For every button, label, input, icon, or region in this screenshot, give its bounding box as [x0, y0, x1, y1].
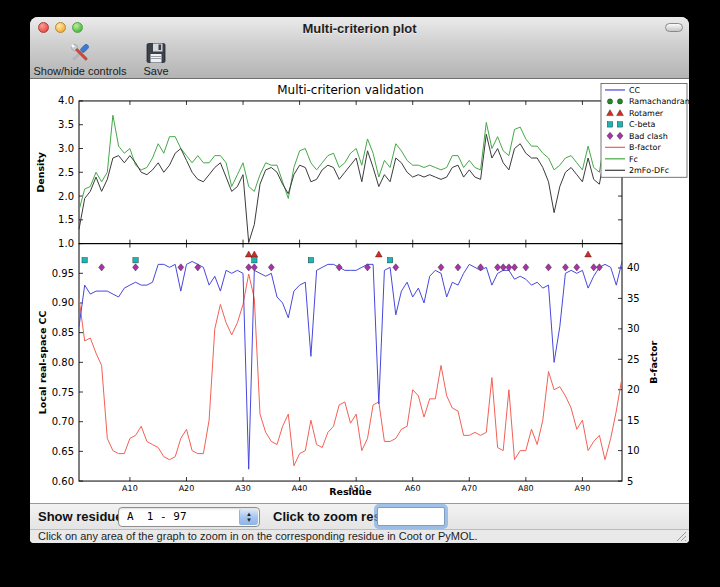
residue-tick-label: A30	[235, 484, 251, 493]
residue-axis-label: Residue	[329, 486, 372, 497]
tools-icon	[32, 40, 128, 66]
cc-tick-label: 0.75	[52, 387, 74, 398]
chart-title: Multi-criterion validation	[277, 83, 424, 97]
bfactor-tick-label: 5	[627, 476, 633, 487]
bfactor-tick-label: 35	[627, 293, 640, 304]
density-tick-label: 1.0	[58, 238, 74, 249]
density-tick-label: 4.0	[58, 95, 74, 106]
figure-area: 1.01.52.02.53.03.54.00.600.650.700.750.8…	[30, 79, 689, 503]
save-button[interactable]: Save	[134, 40, 178, 77]
density-axis-label: Density	[35, 152, 46, 193]
legend-entry-label: B-factor	[629, 143, 662, 152]
residue-tick-label: A80	[518, 484, 534, 493]
legend-entry-label: Rotamer	[629, 109, 664, 118]
resize-grip[interactable]	[675, 530, 687, 542]
density-tick-label: 2.0	[58, 191, 74, 202]
window-title: Multi-criterion plot	[30, 17, 689, 39]
legend: CCRamachandranRotamerC-betaBad clashB-fa…	[601, 83, 689, 177]
cc-tick-label: 0.60	[52, 476, 74, 487]
multi-criterion-plot-canvas[interactable]: 1.01.52.02.53.03.54.00.600.650.700.750.8…	[30, 79, 689, 503]
show-hide-controls-button[interactable]: Show/hide controls	[32, 40, 128, 77]
status-text: Click on any area of the graph to zoom i…	[38, 530, 478, 543]
title-bar[interactable]: Multi-criterion plot	[30, 17, 689, 39]
cc-axis-label: Local real-space CC	[37, 310, 48, 414]
cc-tick-label: 0.95	[52, 268, 74, 279]
cc-tick-label: 0.70	[52, 416, 74, 427]
show-hide-controls-label: Show/hide controls	[32, 66, 128, 77]
legend-entry-label: Bad clash	[629, 132, 668, 141]
multi-criterion-plot-window: Multi-criterion plot	[30, 17, 689, 543]
cc-tick-label: 0.90	[52, 297, 74, 308]
desktop: { "window": { "title": "Multi-criterion …	[0, 0, 720, 587]
bfactor-tick-label: 30	[627, 323, 640, 334]
toolbar-toggle-capsule-button[interactable]	[665, 23, 683, 32]
save-label: Save	[134, 66, 178, 77]
status-bar: Click on any area of the graph to zoom i…	[30, 529, 689, 543]
residue-tick-label: A40	[292, 484, 308, 493]
floppy-disk-icon	[134, 40, 178, 66]
window-chrome: Multi-criterion plot	[30, 17, 689, 79]
legend-entry-label: CC	[629, 86, 641, 95]
residue-tick-label: A70	[461, 484, 477, 493]
residue-tick-label: A90	[575, 484, 591, 493]
density-subplot-frame	[79, 101, 622, 244]
residue-range-value: A 1 - 97	[127, 508, 187, 526]
control-bar: Show residues: A 1 - 97 ▲▼ Click to zoom…	[30, 503, 689, 529]
density-tick-label: 2.5	[58, 167, 74, 178]
residue-tick-label: A60	[405, 484, 421, 493]
legend-entry-label: Fc	[629, 155, 638, 164]
legend-entry-label: Ramachandran	[629, 97, 689, 106]
legend-entry-label: 2mFo-DFc	[629, 166, 669, 175]
stepper-arrows-icon: ▲▼	[239, 509, 258, 525]
bfactor-tick-label: 40	[627, 262, 640, 273]
density-tick-label: 3.0	[58, 143, 74, 154]
density-tick-label: 3.5	[58, 119, 74, 130]
cc-tick-label: 0.85	[52, 327, 74, 338]
bfactor-tick-label: 20	[627, 384, 640, 395]
bfactor-tick-label: 25	[627, 354, 640, 365]
residue-tick-label: A20	[179, 484, 195, 493]
bfactor-tick-label: 15	[627, 415, 640, 426]
residue-tick-label: A10	[122, 484, 138, 493]
toolbar: Show/hide controls Save	[30, 39, 689, 78]
bfactor-tick-label: 10	[627, 445, 640, 456]
zoom-residue-input[interactable]	[377, 507, 445, 526]
cc-tick-label: 0.65	[52, 446, 74, 457]
bfactor-axis-label: B-factor	[648, 341, 659, 384]
legend-entry-label: C-beta	[629, 120, 656, 129]
density-tick-label: 1.5	[58, 214, 74, 225]
cc-tick-label: 0.80	[52, 357, 74, 368]
residue-range-select[interactable]: A 1 - 97 ▲▼	[118, 507, 260, 527]
